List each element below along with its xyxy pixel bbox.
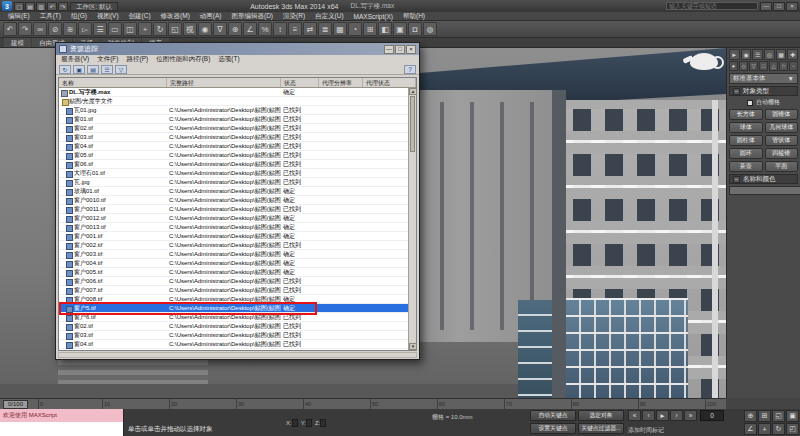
column-header[interactable]: 完整路径	[167, 78, 281, 87]
menu-item[interactable]: 渲染(R)	[279, 12, 309, 21]
asset-row[interactable]: 窗02.tif C:\Users\Administrator\Desktop\贴…	[59, 322, 408, 331]
playback-icon[interactable]: ►	[656, 410, 669, 421]
toolbar-icon[interactable]: ≋	[63, 22, 77, 36]
primitive-button[interactable]: 圆柱体	[729, 135, 763, 146]
asset-row[interactable]: 窗户006.tif C:\Users\Administrator\Desktop…	[59, 277, 408, 286]
toolbar-icon[interactable]: ⊕	[228, 22, 242, 36]
toolbar-icon[interactable]: ⊘	[48, 22, 62, 36]
panel-tab-icon[interactable]: ▦	[776, 49, 787, 60]
toolbar-icon[interactable]: ▭	[108, 22, 122, 36]
window-button[interactable]: —	[760, 2, 772, 11]
dialog-toolbar-icon[interactable]: ☰	[101, 65, 113, 74]
panel-tab-icon[interactable]: ◉	[741, 49, 752, 60]
primitive-button[interactable]: 平面	[765, 161, 799, 172]
viewport-nav-icon[interactable]: ⊕	[744, 410, 757, 422]
object-type-rollout-header[interactable]: − 对象类型	[729, 86, 798, 96]
dialog-close-button[interactable]: ×	[406, 45, 416, 54]
playback-icon[interactable]: »	[684, 410, 697, 421]
toolbar-icon[interactable]: ◉	[198, 22, 212, 36]
set-key-button[interactable]: 设置关键点	[530, 423, 576, 434]
category-icon[interactable]: □	[759, 61, 768, 71]
toolbar-icon[interactable]: ∇	[213, 22, 227, 36]
name-color-rollout-header[interactable]: − 名称和颜色	[729, 174, 798, 184]
asset-row[interactable]: 窗户002.tif C:\Users\Administrator\Desktop…	[59, 241, 408, 250]
category-icon[interactable]: ●	[729, 61, 738, 71]
toolbar-icon[interactable]: ≡	[288, 22, 302, 36]
asset-row[interactable]: 玻璃01.tif C:\Users\Administrator\Desktop\…	[59, 187, 408, 196]
dialog-menu-item[interactable]: 位图性能和内存(B)	[156, 55, 210, 64]
panel-tab-icon[interactable]: ☰	[752, 49, 763, 60]
app-logo[interactable]: 3	[2, 1, 12, 11]
timeline[interactable]: 0/100 0102030405060708090100	[0, 398, 726, 409]
viewport-nav-icon[interactable]: +	[758, 423, 771, 435]
quick-access-icon[interactable]: ▢	[14, 2, 24, 11]
asset-row[interactable]: 窗户008.tif C:\Users\Administrator\Desktop…	[59, 295, 408, 304]
asset-row[interactable]: 窗户0012.tif C:\Users\Administrator\Deskto…	[59, 214, 408, 223]
toolbar-icon[interactable]: ▣	[393, 22, 407, 36]
asset-row[interactable]: 窗户5.tif C:\Users\Administrator\Desktop\贴…	[59, 304, 408, 313]
dialog-maximize-button[interactable]: □	[395, 45, 405, 54]
asset-row[interactable]: DL.写字楼.max 确定	[59, 88, 408, 97]
menu-item[interactable]: 视图(V)	[93, 12, 123, 21]
toolbar-icon[interactable]: ⊞	[363, 22, 377, 36]
asset-row[interactable]: 窗户001.tif C:\Users\Administrator\Desktop…	[59, 232, 408, 241]
dialog-menu-item[interactable]: 文件(F)	[97, 55, 118, 64]
window-button[interactable]: ×	[786, 2, 798, 11]
toolbar-icon[interactable]: ◧	[378, 22, 392, 36]
viewport-nav-icon[interactable]: ◰	[786, 423, 799, 435]
timeline-ruler[interactable]: 0102030405060708090100	[28, 399, 726, 409]
asset-row[interactable]: 窗06.tif C:\Users\Administrator\Desktop\贴…	[59, 160, 408, 169]
asset-row[interactable]: 大理石01.tif C:\Users\Administrator\Desktop…	[59, 169, 408, 178]
asset-row[interactable]: 窗03.tif C:\Users\Administrator\Desktop\贴…	[59, 331, 408, 340]
ribbon-tab[interactable]: 建模	[4, 38, 31, 47]
toolbar-icon[interactable]: ↷	[18, 22, 32, 36]
scroll-down-icon[interactable]: ▼	[409, 343, 417, 350]
column-header[interactable]: 名称	[59, 78, 167, 87]
asset-row[interactable]: 窗01.tif C:\Users\Administrator\Desktop\贴…	[59, 115, 408, 124]
primitive-button[interactable]: 圆锥体	[765, 109, 799, 120]
toolbar-icon[interactable]: ∞	[33, 22, 47, 36]
asset-row[interactable]: 贴图/光度学文件	[59, 97, 408, 106]
dialog-toolbar-icon[interactable]: ▣	[73, 65, 85, 74]
table-scrollbar[interactable]: ▲ ▼	[408, 88, 416, 350]
panel-tab-icon[interactable]: ✚	[787, 49, 798, 60]
toolbar-icon[interactable]: 视	[183, 22, 197, 36]
toolbar-icon[interactable]: %	[258, 22, 272, 36]
quick-access-icon[interactable]: ▥	[36, 2, 46, 11]
toolbar-icon[interactable]: ≣	[318, 22, 332, 36]
panel-tab-icon[interactable]: ►	[729, 49, 740, 60]
primitive-button[interactable]: 长方体	[729, 109, 763, 120]
menu-item[interactable]: 图形编辑器(D)	[228, 12, 278, 21]
primitive-button[interactable]: 管状体	[765, 135, 799, 146]
selection-set-dropdown[interactable]: 选定对象	[578, 410, 624, 421]
time-tag-label[interactable]: 添加时间标记	[628, 426, 664, 435]
primitive-button[interactable]: 球体	[729, 122, 763, 133]
playback-icon[interactable]: «	[628, 410, 641, 421]
asset-row[interactable]: 窗户0013.tif C:\Users\Administrator\Deskto…	[59, 223, 408, 232]
column-header[interactable]: 代理状态	[363, 78, 416, 87]
coordinate-field[interactable]	[306, 419, 312, 427]
viewport-nav-icon[interactable]: ↻	[772, 423, 785, 435]
asset-row[interactable]: 窗户007.tif C:\Users\Administrator\Desktop…	[59, 286, 408, 295]
toolbar-icon[interactable]: ↕	[273, 22, 287, 36]
window-button[interactable]: □	[773, 2, 785, 11]
toolbar-icon[interactable]: ↶	[3, 22, 17, 36]
asset-row[interactable]: 窗户0011.tif C:\Users\Administrator\Deskto…	[59, 205, 408, 214]
asset-row[interactable]: 瓦01.jpg C:\Users\Administrator\Desktop\贴…	[59, 106, 408, 115]
scroll-up-icon[interactable]: ▲	[409, 88, 417, 95]
key-filters-button[interactable]: 关键点过滤器...	[578, 423, 624, 434]
toolbar-icon[interactable]: ∠	[243, 22, 257, 36]
toolbar-icon[interactable]: ◱	[168, 22, 182, 36]
viewport-nav-icon[interactable]: ◱	[772, 410, 785, 422]
toolbar-icon[interactable]: ☰	[93, 22, 107, 36]
help-icon[interactable]: ?	[404, 65, 416, 74]
viewport-nav-icon[interactable]: ∠	[744, 423, 757, 435]
asset-row[interactable]: 窗户0010.tif C:\Users\Administrator\Deskto…	[59, 196, 408, 205]
workspace-dropdown[interactable]: 工作区: 默认	[70, 2, 118, 11]
asset-row[interactable]: 瓦.jpg C:\Users\Administrator\Desktop\贴图(…	[59, 178, 408, 187]
asset-row[interactable]: 窗户003.tif C:\Users\Administrator\Desktop…	[59, 250, 408, 259]
asset-row[interactable]: 窗04.tif C:\Users\Administrator\Desktop\贴…	[59, 340, 408, 349]
asset-row[interactable]: 窗02.tif C:\Users\Administrator\Desktop\贴…	[59, 124, 408, 133]
menu-item[interactable]: 动画(A)	[196, 12, 226, 21]
toolbar-icon[interactable]: ▻	[78, 22, 92, 36]
